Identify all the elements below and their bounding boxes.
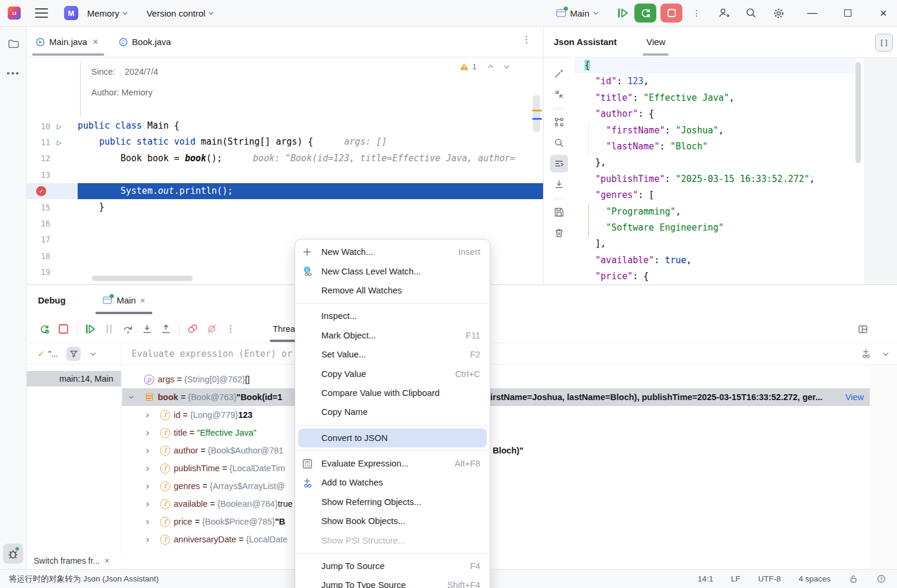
save-icon[interactable] (550, 203, 568, 221)
project-selector[interactable]: Memory (84, 6, 132, 21)
gutter-row-10[interactable]: 10▷ (27, 118, 78, 134)
gutter-row-19[interactable]: 19 (27, 264, 78, 280)
menu-item-mark-object[interactable]: Mark Object...F11 (295, 326, 490, 345)
expand-chevron-icon[interactable] (146, 533, 160, 545)
gutter-row-18[interactable]: 18 (27, 248, 78, 264)
chevron-right-icon[interactable] (146, 462, 149, 474)
settings-gear-icon[interactable] (770, 5, 787, 21)
chevron-right-icon[interactable] (146, 498, 149, 510)
minimize-button[interactable]: — (803, 4, 821, 22)
project-icon[interactable]: M (64, 6, 78, 20)
expand-chevron-icon[interactable] (146, 498, 160, 510)
step-out-icon[interactable] (158, 321, 174, 337)
mute-breakpoints-icon[interactable] (204, 321, 219, 337)
variable-row-anniversarydate[interactable]: fanniversaryDate={LocalDate (122, 531, 870, 548)
debug-tool-window-button[interactable] (3, 544, 23, 564)
editor-vertical-scrollbar[interactable] (533, 95, 540, 132)
json-line-7[interactable]: }, (585, 155, 857, 171)
pause-icon[interactable] (101, 321, 117, 337)
code-with-me-icon[interactable] (716, 5, 732, 21)
variable-row-book[interactable]: book={Book@763} "Book(id=1irstName=Joshu… (122, 388, 870, 406)
expand-chevron-icon[interactable] (146, 480, 160, 492)
gutter-row-11[interactable]: 11▷ (27, 134, 78, 150)
expand-chevron-icon[interactable] (146, 427, 160, 439)
variable-row-genres[interactable]: fgenres={Arrays$ArrayList@ (122, 477, 870, 495)
json-line-2[interactable]: "id": 123, (585, 74, 857, 90)
delete-icon[interactable] (550, 224, 568, 242)
view-breakpoints-icon[interactable] (185, 321, 200, 337)
notification-popup[interactable]: Switch frames fr... × (34, 554, 123, 568)
json-code[interactable]: { "id": 123, "title": "Effective Java", … (574, 57, 857, 285)
expand-chevron-icon[interactable] (146, 516, 160, 528)
chevron-right-icon[interactable] (146, 427, 149, 439)
maximize-button[interactable] (839, 4, 857, 22)
chevron-right-icon[interactable] (146, 516, 149, 528)
stop-icon[interactable] (56, 321, 71, 337)
inspection-widget[interactable]: 1 (459, 62, 510, 71)
search-icon[interactable] (550, 134, 568, 152)
collapse-icon[interactable] (550, 85, 568, 103)
menu-item-copy-name[interactable]: Copy Name (295, 402, 490, 421)
stop-button[interactable] (660, 4, 682, 23)
json-line-11[interactable]: "Software Engineering" (585, 220, 857, 236)
menu-item-show-book-objects[interactable]: Show Book Objects... (295, 512, 490, 531)
caret-position[interactable]: 14:1 (698, 574, 713, 583)
prev-issue-icon[interactable] (487, 63, 494, 71)
close-button[interactable]: × (874, 4, 892, 22)
chevron-down-icon[interactable] (882, 350, 890, 358)
menu-item-remove-all-watches[interactable]: Remove All Watches (295, 281, 490, 300)
json-line-5[interactable]: "firstName": "Joshua", (585, 123, 857, 139)
gutter-row-17[interactable]: 17 (27, 232, 78, 248)
menu-item-convert-to-json[interactable]: Convert to JSON (298, 429, 487, 448)
menu-item-show-referring-objects[interactable]: Show Referring Objects... (295, 493, 490, 512)
chevron-right-icon[interactable] (146, 533, 149, 545)
unlock-icon[interactable] (848, 574, 858, 584)
search-icon[interactable] (743, 5, 759, 21)
view-value-link[interactable]: View (845, 388, 864, 406)
menu-item-jump-to-type-source[interactable]: Jump To Type SourceShift+F4 (295, 576, 490, 588)
code-line-10[interactable]: public class Main { (78, 118, 543, 134)
filter-icon[interactable] (66, 347, 81, 361)
rerun-debug-button[interactable] (634, 4, 656, 23)
resume-program-button[interactable] (616, 7, 630, 19)
json-line-1[interactable]: { (574, 57, 857, 74)
step-into-icon[interactable] (139, 321, 155, 337)
export-icon[interactable] (550, 175, 568, 193)
error-notifications-icon[interactable] (876, 574, 886, 584)
json-line-13[interactable]: "available": true, (585, 253, 857, 269)
menu-item-add-to-watches[interactable]: Add to Watches (295, 473, 490, 492)
variable-row-title[interactable]: ftitle="Effective Java" (122, 424, 870, 442)
resume-icon[interactable] (82, 321, 98, 337)
gutter-row-13[interactable]: 13 (27, 167, 78, 183)
indent-setting[interactable]: 4 spaces (799, 574, 831, 583)
menu-item-inspect[interactable]: Inspect... (295, 306, 490, 325)
next-issue-icon[interactable] (503, 63, 510, 71)
variable-row-args[interactable]: pargs={String[0]@762} [] (122, 370, 870, 388)
menu-item-new-class-level-watch[interactable]: cNew Class Level Watch... (295, 261, 490, 280)
json-line-3[interactable]: "title": "Effective Java", (585, 90, 857, 106)
json-line-8[interactable]: "publishTime": "2025-03-15 16:33:52.272"… (585, 171, 857, 187)
project-tool-window-button[interactable] (0, 33, 27, 55)
variable-row-id[interactable]: fid={Long@779} 123 (122, 406, 870, 424)
chevron-down-icon[interactable] (126, 395, 138, 399)
more-icon[interactable]: ⋮ (223, 321, 238, 337)
close-tab-icon[interactable]: × (92, 37, 98, 47)
chevron-right-icon[interactable] (146, 445, 149, 456)
json-line-12[interactable]: ], (585, 236, 857, 252)
expand-chevron-icon[interactable] (146, 409, 160, 421)
run-arrow-icon[interactable]: ▷ (50, 138, 68, 147)
close-notification-icon[interactable]: × (104, 556, 109, 565)
code-line-14[interactable]: System.out.println(); (78, 183, 543, 199)
json-line-4[interactable]: "author": { (585, 106, 857, 122)
tab-book-java[interactable]: C Book.java (113, 27, 180, 57)
rerun-icon[interactable] (37, 321, 52, 337)
main-menu-button[interactable] (35, 8, 48, 18)
json-line-14[interactable]: "price": { (585, 269, 857, 285)
beautify-icon[interactable] (550, 65, 568, 82)
close-session-icon[interactable]: × (140, 295, 145, 305)
menu-item-set-value[interactable]: Set Value...F2 (295, 345, 490, 364)
gutter-row-16[interactable]: 16 (27, 215, 78, 231)
file-encoding[interactable]: UTF-8 (758, 574, 781, 583)
tab-main-java[interactable]: Main.java × (30, 27, 107, 57)
run-arrow-icon[interactable]: ▷ (50, 122, 68, 131)
